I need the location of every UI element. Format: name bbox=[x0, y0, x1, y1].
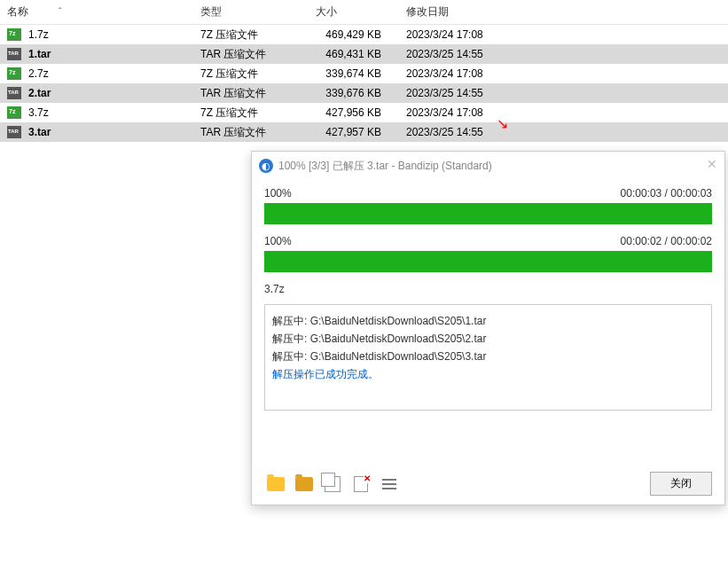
folder-icon bbox=[295, 477, 313, 491]
file-name: 3.tar bbox=[28, 126, 51, 138]
notepad-x-icon bbox=[354, 476, 368, 492]
file-name: 1.tar bbox=[28, 48, 51, 60]
file-size: 469,431 KB bbox=[309, 44, 388, 64]
overall-percent: 100% bbox=[264, 187, 292, 200]
file-list: 名称ˆ 类型 大小 修改日期 1.7z 7Z 压缩文件 469,429 KB 2… bbox=[0, 0, 728, 142]
file-size: 339,674 KB bbox=[309, 64, 388, 83]
file-date: 2023/3/24 17:08 bbox=[388, 25, 513, 44]
log-line: 解压中: G:\BaiduNetdiskDownload\S205\3.tar bbox=[272, 348, 704, 365]
notepad-button[interactable] bbox=[349, 473, 372, 496]
file-name: 2.tar bbox=[28, 87, 51, 99]
column-date[interactable]: 修改日期 bbox=[388, 1, 513, 23]
tar-icon bbox=[7, 48, 21, 60]
log-line: 解压中: G:\BaiduNetdiskDownload\S205\2.tar bbox=[272, 330, 704, 348]
log-box[interactable]: 解压中: G:\BaiduNetdiskDownload\S205\1.tar解… bbox=[264, 304, 712, 411]
close-icon[interactable]: ✕ bbox=[707, 157, 717, 171]
file-row[interactable]: 3.tar TAR 压缩文件 427,957 KB 2023/3/25 14:5… bbox=[0, 122, 728, 142]
app-icon: ◐ bbox=[259, 159, 273, 173]
7z-icon bbox=[7, 67, 21, 80]
column-name-label: 名称 bbox=[7, 4, 28, 20]
annotation-arrow: ↘ bbox=[497, 115, 508, 132]
file-percent: 100% bbox=[264, 235, 292, 247]
current-file-label: 3.7z bbox=[264, 283, 712, 295]
overall-progress: 100% 00:00:03 / 00:00:03 bbox=[264, 187, 712, 224]
column-type[interactable]: 类型 bbox=[193, 1, 309, 23]
file-date: 2023/3/25 14:55 bbox=[388, 122, 513, 142]
copy-icon bbox=[325, 476, 341, 492]
file-date: 2023/3/24 17:08 bbox=[388, 103, 513, 122]
dialog-body: 100% 00:00:03 / 00:00:03 100% 00:00:02 /… bbox=[252, 180, 724, 423]
copy-button[interactable] bbox=[321, 473, 344, 496]
dialog-title: 100% [3/3] 已解压 3.tar - Bandizip (Standar… bbox=[278, 159, 492, 174]
dialog-toolbar: 关闭 bbox=[264, 472, 712, 496]
column-size[interactable]: 大小 bbox=[309, 1, 388, 23]
file-name: 3.7z bbox=[28, 106, 49, 119]
file-date: 2023/3/24 17:08 bbox=[388, 64, 513, 83]
close-button[interactable]: 关闭 bbox=[650, 472, 712, 496]
folder-icon bbox=[267, 477, 285, 491]
file-row[interactable]: 2.7z 7Z 压缩文件 339,674 KB 2023/3/24 17:08 bbox=[0, 64, 728, 83]
open-folder-button[interactable] bbox=[264, 473, 287, 496]
file-date: 2023/3/25 14:55 bbox=[388, 83, 513, 103]
file-type: TAR 压缩文件 bbox=[193, 121, 309, 144]
file-progress-bar bbox=[264, 251, 712, 272]
column-header-row: 名称ˆ 类型 大小 修改日期 bbox=[0, 0, 728, 25]
file-row[interactable]: 1.tar TAR 压缩文件 469,431 KB 2023/3/25 14:5… bbox=[0, 44, 728, 64]
overall-progress-bar bbox=[264, 203, 712, 224]
sort-asc-icon: ˆ bbox=[59, 7, 61, 17]
file-size: 339,676 KB bbox=[309, 83, 388, 103]
file-date: 2023/3/25 14:55 bbox=[388, 44, 513, 64]
column-name[interactable]: 名称ˆ bbox=[0, 1, 193, 23]
dialog-titlebar[interactable]: ◐ 100% [3/3] 已解压 3.tar - Bandizip (Stand… bbox=[252, 152, 724, 180]
7z-icon bbox=[7, 28, 21, 41]
tar-icon bbox=[7, 87, 21, 99]
file-size: 469,429 KB bbox=[309, 25, 388, 44]
file-size: 427,957 KB bbox=[309, 122, 388, 142]
file-size: 427,956 KB bbox=[309, 103, 388, 122]
extract-dialog: ◐ 100% [3/3] 已解压 3.tar - Bandizip (Stand… bbox=[251, 151, 725, 505]
file-row[interactable]: 1.7z 7Z 压缩文件 469,429 KB 2023/3/24 17:08 bbox=[0, 25, 728, 44]
open-folder2-button[interactable] bbox=[293, 473, 316, 496]
file-row[interactable]: 3.7z 7Z 压缩文件 427,956 KB 2023/3/24 17:08 bbox=[0, 103, 728, 122]
file-row[interactable]: 2.tar TAR 压缩文件 339,676 KB 2023/3/25 14:5… bbox=[0, 83, 728, 103]
file-name: 1.7z bbox=[28, 28, 49, 41]
7z-icon bbox=[7, 106, 21, 119]
menu-button[interactable] bbox=[378, 473, 401, 496]
log-line: 解压中: G:\BaiduNetdiskDownload\S205\1.tar bbox=[272, 312, 704, 330]
tar-icon bbox=[7, 126, 21, 138]
file-progress: 100% 00:00:02 / 00:00:02 bbox=[264, 235, 712, 272]
overall-time: 00:00:03 / 00:00:03 bbox=[621, 187, 712, 200]
log-line: 解压操作已成功完成。 bbox=[272, 365, 704, 383]
file-time: 00:00:02 / 00:00:02 bbox=[621, 235, 712, 247]
menu-icon bbox=[382, 479, 396, 489]
file-name: 2.7z bbox=[28, 67, 49, 80]
